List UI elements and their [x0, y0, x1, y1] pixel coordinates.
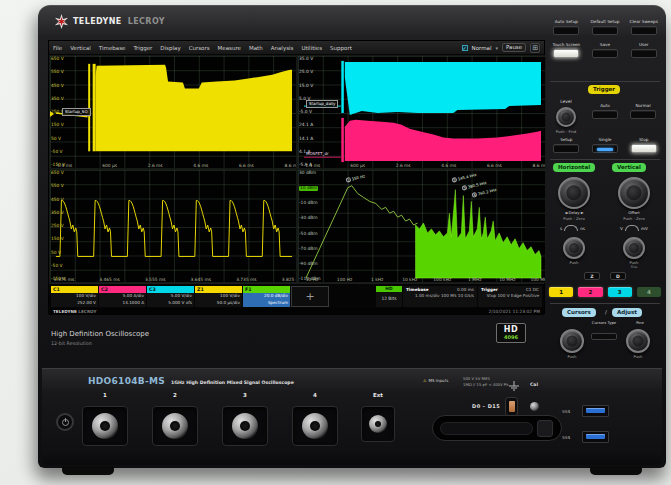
panel-button-label: Save [600, 38, 610, 48]
single-button[interactable] [592, 144, 618, 153]
panel-button-label: Setup [560, 133, 572, 143]
volts-div-knob[interactable] [623, 237, 645, 259]
channel-3-button[interactable]: 3 [608, 287, 632, 297]
grid-q1-channel1[interactable]: Startup_SQ 650 V550 V450 V350 V250 V150 … [49, 55, 297, 169]
panel-button-cell: User [626, 38, 661, 58]
cal-output-lug[interactable] [530, 402, 539, 411]
y-axis-tick: 30 dBm [299, 171, 316, 175]
setup-button[interactable] [553, 144, 579, 153]
timebase-knob[interactable] [563, 237, 585, 259]
y-axis-tick: -70 dBm [299, 247, 318, 251]
delay-knob-label: ◄ Delay ► [552, 211, 596, 216]
menu-item-utilities[interactable]: Utilities [301, 45, 322, 51]
adjust-fine-label: Fine [622, 321, 658, 326]
menu-item-analysis[interactable]: Analysis [271, 45, 294, 51]
y-axis-tick: -10 dBm [299, 201, 318, 205]
menu-item-cursors[interactable]: Cursors [189, 45, 210, 51]
bnc-center-pin [375, 421, 382, 428]
y-axis-tick: 50 V [51, 137, 61, 141]
descriptor-id: C3 [149, 287, 156, 292]
trigger-mode-checkbox-icon[interactable]: ✓ [462, 45, 468, 51]
menu-item-timebase[interactable]: Timebase [99, 45, 126, 51]
screen: FileVerticalTimebaseTriggerDisplayCursor… [48, 40, 545, 314]
menu-items: FileVerticalTimebaseTriggerDisplayCursor… [53, 45, 352, 51]
x-axis-tick: 100 kHz [433, 278, 451, 282]
adjust-knob-sub: Push [620, 355, 656, 360]
channel-4-button[interactable]: 4 [637, 287, 661, 297]
channel-1-button[interactable]: 1 [549, 287, 573, 297]
digital-input-slot[interactable] [432, 415, 562, 441]
clock-timestamp: 2/10/2021 11:23:02 PM [489, 309, 540, 314]
grid-q3-zoom[interactable]: 650 V550 V450 V350 V250 V150 V50 V-50 V-… [49, 169, 297, 283]
digital-d-button[interactable]: D [610, 272, 626, 280]
auto-setup-button[interactable] [553, 26, 579, 35]
menu-item-file[interactable]: File [53, 45, 62, 51]
y-axis-tick: -50 V [51, 264, 63, 268]
menu-item-trigger[interactable]: Trigger [133, 45, 152, 51]
trace-descriptor-z1[interactable]: Z1100 V/div50.0 µs/div [195, 286, 242, 307]
horizontal-section-label: Horizontal [553, 163, 595, 172]
bnc-input-4[interactable] [292, 406, 338, 446]
trace-descriptor-c3[interactable]: C35.00 V/div5.000 V ofs [147, 286, 194, 307]
bnc-center-pin [170, 421, 180, 431]
ms-input-specs: 500 V 5V RMS 1MΩ // 15 pF < 400V Pk [463, 376, 508, 387]
trace-descriptors: C1100 V/div252.00 VC25.00 A/div14.1000 A… [51, 286, 290, 307]
bnc-input-2[interactable] [152, 406, 198, 446]
trigger-level-marker[interactable] [50, 111, 54, 117]
stop-button[interactable] [631, 144, 657, 153]
bnc-input-3[interactable] [222, 406, 268, 446]
input-label-2: 2 [173, 392, 177, 398]
descriptor-values: 5.00 V/div5.000 V ofs [147, 293, 194, 307]
trigger-summary[interactable]: Trigger C1 DC Stop 100 V Edge Positive [478, 286, 542, 307]
trace-descriptor-f1[interactable]: F120.0 dB/divSpectrum [243, 286, 290, 307]
vertical-offset-knob[interactable] [618, 177, 650, 209]
normal-button[interactable] [630, 110, 656, 119]
descriptor-offset: 50.0 µs/div [197, 300, 240, 307]
user-button[interactable] [631, 49, 657, 58]
descriptor-offset: 5.000 V ofs [149, 300, 192, 307]
channel-buttons: 1234 [549, 287, 661, 297]
y-axis-tick: 450 V [51, 84, 64, 88]
aux-out-port[interactable] [505, 397, 518, 416]
panel-button-cell: Setup [549, 133, 584, 153]
timebase-summary[interactable]: Timebase 0.00 ms 1.00 ms/div 100 MS 10 G… [403, 286, 477, 307]
cursors-knob[interactable] [560, 329, 584, 353]
grid-q4-spectrum[interactable]: 30 dBm10 dBm-10 dBm-30 dBm-50 dBm-70 dBm… [297, 169, 546, 283]
grid-q2-channels23[interactable]: Startup_daily MOSFET_dr 35.0 V25.0 V15.0… [297, 55, 546, 169]
auto-button[interactable] [592, 110, 618, 119]
descriptor-offset: 252.00 V [53, 300, 96, 307]
touch-screen-button[interactable] [553, 49, 579, 58]
cursors-type-button[interactable] [591, 333, 617, 340]
horizontal-delay-knob[interactable] [558, 177, 590, 209]
y-axis-tick: 350 V [51, 97, 64, 101]
save-button[interactable] [592, 49, 618, 58]
usb-port-1[interactable] [582, 405, 609, 417]
trigger-level-knob[interactable] [556, 107, 576, 127]
descriptor-id: C2 [101, 287, 108, 292]
bnc-input-ext[interactable] [361, 406, 395, 442]
trace-descriptor-c2[interactable]: C25.00 A/div14.1000 A [99, 286, 146, 307]
add-trace-button[interactable]: + [291, 286, 329, 307]
pause-button[interactable]: Pause [502, 43, 526, 52]
trigger-mode-label[interactable]: Normal [472, 45, 492, 51]
y-axis-tick: -30 dBm [299, 216, 318, 220]
screen-logo-lecroy: LECROY [78, 309, 96, 314]
clear-sweeps-button[interactable] [631, 26, 657, 35]
zoom-z-button[interactable]: Z [584, 272, 600, 280]
waveform-grids: Startup_SQ 650 V550 V450 V350 V250 V150 … [49, 55, 544, 283]
power-button[interactable] [56, 413, 74, 431]
menu-item-display[interactable]: Display [160, 45, 180, 51]
menu-item-measure[interactable]: Measure [218, 45, 241, 51]
bnc-input-1[interactable] [82, 406, 128, 446]
menu-item-vertical[interactable]: Vertical [70, 45, 91, 51]
display-grid-icon[interactable]: ⊞ [530, 43, 540, 53]
menu-item-math[interactable]: Math [249, 45, 263, 51]
y-axis-tick: 24.1 A [299, 123, 313, 127]
channel-2-button[interactable]: 2 [578, 287, 602, 297]
trace-descriptor-c1[interactable]: C1100 V/div252.00 V [51, 286, 98, 307]
usb-port-2[interactable] [582, 431, 609, 443]
default-setup-button[interactable] [592, 26, 618, 35]
adjust-knob[interactable] [626, 329, 650, 353]
menu-item-support[interactable]: Support [330, 45, 352, 51]
timebase-knob-sub: Push [556, 261, 592, 266]
